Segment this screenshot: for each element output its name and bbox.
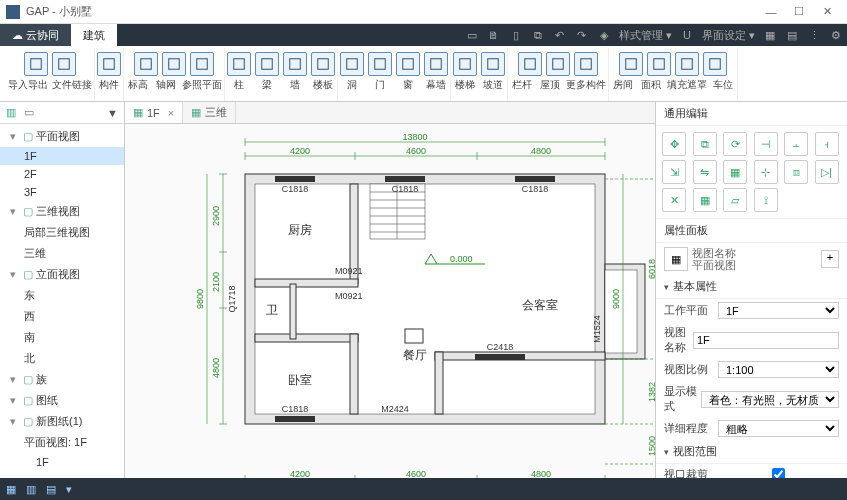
ribbon-btn-3-1[interactable] [255,52,279,76]
maximize-button[interactable]: ☐ [785,5,813,18]
close-button[interactable]: ✕ [813,5,841,18]
tb-grid-icon[interactable]: ▦ [759,24,781,46]
tb-redo-icon[interactable]: ↷ [571,24,593,46]
tree-item-2-2[interactable]: 南 [0,327,124,348]
ribbon-btn-4-0[interactable] [340,52,364,76]
ribbon-btn-5-1[interactable] [481,52,505,76]
tool-plane-icon[interactable]: ▱ [723,188,747,212]
ribbon-btn-2-0[interactable] [134,52,158,76]
tree-group-4[interactable]: ▾▢ 图纸 [0,390,124,411]
tree-item-0-2[interactable]: 3F [0,183,124,201]
tree-group-1[interactable]: ▾▢ 三维视图 [0,201,124,222]
close-tab-icon[interactable]: × [168,107,174,119]
doctab-3d[interactable]: ▦ 三维 [183,102,236,123]
ribbon-label: 幕墙 [424,78,448,92]
view-settings[interactable]: 界面设定 ▾ [698,28,759,43]
tree-group-3[interactable]: ▾▢ 族 [0,369,124,390]
tool-mirror-icon[interactable]: ⇋ [693,160,717,184]
tree-group-2[interactable]: ▾▢ 立面视图 [0,264,124,285]
minimize-button[interactable]: — [757,6,785,18]
ribbon-btn-4-3[interactable] [424,52,448,76]
ribbon-btn-7-1[interactable] [647,52,671,76]
svg-text:6018: 6018 [647,259,655,279]
panel-list-icon[interactable]: ▥ [6,106,16,119]
doctab-1f[interactable]: ▦ 1F × [125,102,183,123]
tool-measure-icon[interactable]: ⟟ [754,188,778,212]
tree-sub-0[interactable]: 1F [0,453,124,471]
ribbon-btn-2-2[interactable] [190,52,214,76]
tree-item-0-1[interactable]: 2F [0,165,124,183]
status-layers-icon[interactable]: ▤ [46,483,56,496]
ribbon-label: 栏杆 [510,78,534,92]
status-grid2-icon[interactable]: ▥ [26,483,36,496]
tool-copy-icon[interactable]: ⧉ [693,132,717,156]
tool-grid-icon[interactable]: ▦ [693,188,717,212]
tool-align3-icon[interactable]: ⫞ [815,132,839,156]
tool-move-icon[interactable]: ✥ [662,132,686,156]
tb-page-icon[interactable]: ▯ [505,24,527,46]
section-basic[interactable]: ▾基本属性 [656,275,847,299]
ribbon-label: 面积 [639,78,663,92]
ribbon-btn-0-1[interactable] [52,52,76,76]
tool-align2-icon[interactable]: ⫠ [784,132,808,156]
tree-item-2-3[interactable]: 北 [0,348,124,369]
svg-text:1382: 1382 [647,382,655,402]
tb-doc-icon[interactable]: 🗎 [483,24,505,46]
drawing-canvas[interactable]: 13800 4200 4600 4800 [125,124,655,478]
tool-split-icon[interactable]: ⊹ [754,160,778,184]
tb-more-icon[interactable]: ⋮ [803,24,825,46]
ribbon-btn-6-0[interactable] [518,52,542,76]
tree-item-2-1[interactable]: 西 [0,306,124,327]
ribbon-btn-7-0[interactable] [619,52,643,76]
ribbon-btn-6-2[interactable] [574,52,598,76]
tree-item-2-0[interactable]: 东 [0,285,124,306]
tool-rotate-icon[interactable]: ⟳ [723,132,747,156]
ribbon-btn-2-1[interactable] [162,52,186,76]
tree-item-0-0[interactable]: 1F [0,147,124,165]
cloud-tab[interactable]: ☁ 云协同 [0,24,71,46]
ribbon-btn-0-0[interactable] [24,52,48,76]
ribbon-btn-4-2[interactable] [396,52,420,76]
tool-end-icon[interactable]: ▷| [815,160,839,184]
ribbon-btn-5-0[interactable] [453,52,477,76]
style-manager[interactable]: 样式管理 ▾ [615,28,676,43]
tree-item-1-1[interactable]: 三维 [0,243,124,264]
ribbon-btn-3-2[interactable] [283,52,307,76]
tool-align-icon[interactable]: ⊣ [754,132,778,156]
tb-icon-1[interactable]: ▭ [461,24,483,46]
tree-item-1-0[interactable]: 局部三维视图 [0,222,124,243]
ribbon-btn-6-1[interactable] [546,52,570,76]
tb-copy-icon[interactable]: ⧉ [527,24,549,46]
tree-item-5-0[interactable]: 平面视图: 1F [0,432,124,453]
ribbon-btn-4-1[interactable] [368,52,392,76]
sel-display[interactable]: 着色：有光照，无材质 [701,391,839,408]
sel-workplane[interactable]: 1F [718,302,839,319]
tree-group-5[interactable]: ▾▢ 新图纸(1) [0,411,124,432]
tool-offset-icon[interactable]: ⇲ [662,160,686,184]
tool-join-icon[interactable]: ⧈ [784,160,808,184]
ribbon-btn-1-0[interactable] [97,52,121,76]
svg-text:2100: 2100 [211,272,221,292]
panel-grid-icon[interactable]: ▭ [24,106,34,119]
sel-detail[interactable]: 粗略 [718,420,839,437]
tb-style-icon[interactable]: ◈ [593,24,615,46]
ribbon-btn-3-0[interactable] [227,52,251,76]
ribbon-btn-7-2[interactable] [675,52,699,76]
svg-rect-17 [553,59,564,70]
status-grid-icon[interactable]: ▦ [6,483,16,496]
tool-delete-icon[interactable]: ✕ [662,188,686,212]
tool-array-icon[interactable]: ▦ [723,160,747,184]
tb-undo-icon[interactable]: ↶ [549,24,571,46]
inp-viewname[interactable] [693,332,839,349]
tb-gear-icon[interactable]: ⚙ [825,24,847,46]
add-button[interactable]: + [821,250,839,268]
section-range[interactable]: ▾视图范围 [656,440,847,464]
ribbon-btn-3-3[interactable] [311,52,335,76]
ribbon-btn-7-3[interactable] [703,52,727,76]
tree-group-0[interactable]: ▾▢ 平面视图 [0,126,124,147]
tb-layers-icon[interactable]: ▤ [781,24,803,46]
filter-icon[interactable]: ▼ [107,107,118,119]
tb-u-icon[interactable]: U [676,24,698,46]
sel-scale[interactable]: 1:100 [718,361,839,378]
tab-architecture[interactable]: 建筑 [71,24,117,46]
